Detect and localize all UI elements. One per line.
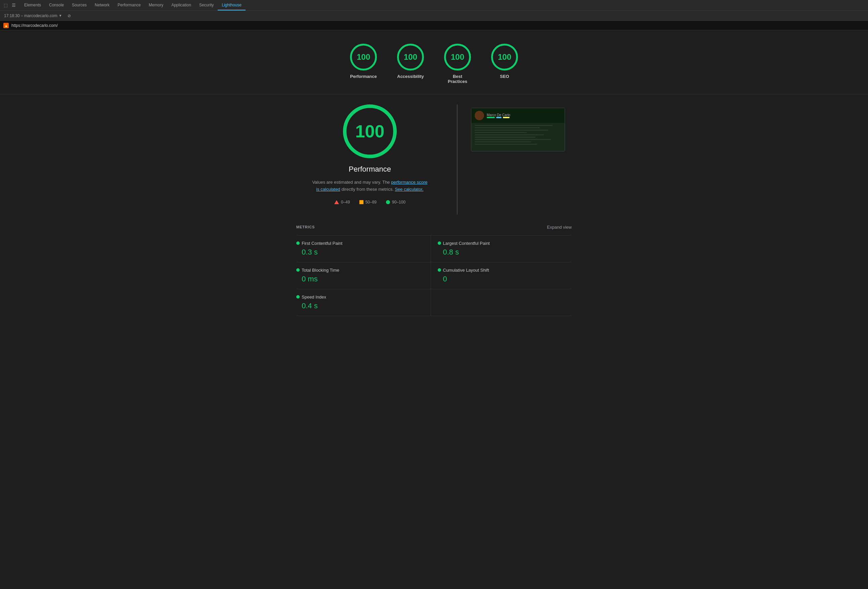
- line-1: [475, 125, 552, 126]
- score-legend: 0–49 50–89 90–100: [334, 200, 406, 205]
- metric-dot-fcp: [296, 241, 300, 245]
- metrics-grid: First Contentful Paint 0.3 s Largest Con…: [296, 235, 572, 316]
- score-best-practices[interactable]: 100 BestPractices: [444, 44, 471, 84]
- metrics-header: METRICS Expand view: [296, 225, 572, 230]
- metric-fcp[interactable]: First Contentful Paint 0.3 s: [296, 236, 431, 262]
- clear-button[interactable]: ⊘: [66, 13, 72, 19]
- score-accessibility[interactable]: 100 Accessibility: [397, 44, 424, 84]
- metric-si[interactable]: Speed Index 0.4 s: [296, 289, 431, 316]
- metric-dot-lcp: [438, 241, 441, 245]
- legend-average: 50–89: [359, 200, 376, 205]
- line-7: [475, 139, 551, 140]
- metric-value-tbt: 0 ms: [296, 275, 424, 283]
- legend-good: 90–100: [386, 200, 406, 205]
- score-circle-performance: 100: [350, 44, 377, 71]
- section-divider: [457, 105, 458, 215]
- metric-name-fcp: First Contentful Paint: [302, 241, 342, 246]
- tab-application[interactable]: Application: [167, 0, 195, 10]
- tab-security[interactable]: Security: [195, 0, 218, 10]
- devtools-tabs: Elements Console Sources Network Perform…: [20, 0, 245, 10]
- good-icon: [386, 200, 390, 204]
- url-text: https://marcodecarlo.com/: [12, 23, 58, 28]
- score-seo[interactable]: 100 SEO: [491, 44, 518, 84]
- main-content: 100 Performance 100 Accessibility 100 Be…: [0, 30, 868, 323]
- score-performance[interactable]: 100 Performance: [350, 44, 377, 84]
- metric-dot-tbt: [296, 268, 300, 272]
- large-score-circle: 100: [343, 105, 397, 158]
- devtools-tabbar: ⬚ ☰ Elements Console Sources Network Per…: [0, 0, 868, 11]
- large-score-value: 100: [356, 121, 385, 141]
- tab-lighthouse[interactable]: Lighthouse: [218, 0, 245, 10]
- metric-dot-si: [296, 295, 300, 299]
- metric-name-tbt: Total Blocking Time: [302, 268, 339, 273]
- line-2: [475, 127, 540, 128]
- dot-1: [487, 117, 495, 118]
- score-circle-best-practices: 100: [444, 44, 471, 71]
- devtools-toolbar2: 17:18:30 – marcodecarlo.com ▼ ⊘: [0, 11, 868, 21]
- line-3: [475, 130, 548, 131]
- metrics-row-2: Total Blocking Time 0 ms Cumulative Layo…: [296, 262, 572, 289]
- metric-value-fcp: 0.3 s: [296, 248, 424, 256]
- device-icon[interactable]: ☰: [11, 2, 17, 8]
- metric-name-si: Speed Index: [302, 294, 326, 299]
- performance-detail: 100 Performance Values are estimated and…: [283, 105, 585, 215]
- performance-title: Performance: [349, 165, 391, 174]
- legend-fail: 0–49: [334, 200, 350, 205]
- score-label-best-practices: BestPractices: [448, 74, 467, 84]
- metric-cls[interactable]: Cumulative Layout Shift 0: [438, 262, 572, 289]
- metric-lcp[interactable]: Largest Contentful Paint 0.8 s: [438, 236, 572, 262]
- tab-memory[interactable]: Memory: [145, 0, 167, 10]
- metrics-row-1: First Contentful Paint 0.3 s Largest Con…: [296, 236, 572, 262]
- performance-left-panel: 100 Performance Values are estimated and…: [296, 105, 443, 215]
- performance-right-panel: Marco De Carlo: [471, 105, 572, 215]
- metrics-row-3: Speed Index 0.4 s: [296, 289, 572, 316]
- score-label-performance: Performance: [350, 74, 376, 79]
- metric-name-lcp: Largest Contentful Paint: [443, 241, 490, 246]
- metric-value-lcp: 0.8 s: [438, 248, 565, 256]
- line-5: [475, 134, 544, 135]
- dot-3: [503, 117, 509, 118]
- favicon: 🔥: [3, 23, 9, 28]
- dropdown-icon: ▼: [59, 14, 62, 18]
- metric-empty: [438, 289, 572, 316]
- inspect-icon[interactable]: ⬚: [3, 2, 9, 8]
- line-4: [475, 132, 527, 133]
- score-circle-accessibility: 100: [397, 44, 424, 71]
- metrics-section: METRICS Expand view First Contentful Pai…: [283, 225, 585, 316]
- score-label-accessibility: Accessibility: [397, 74, 424, 79]
- calculator-link[interactable]: See calculator.: [395, 187, 423, 192]
- expand-view-button[interactable]: Expand view: [547, 225, 572, 230]
- scores-section: 100 Performance 100 Accessibility 100 Be…: [0, 37, 868, 94]
- url-bar: 🔥 https://marcodecarlo.com/: [0, 21, 868, 30]
- dot-2: [496, 117, 502, 118]
- metrics-title: METRICS: [296, 225, 315, 229]
- metric-value-cls: 0: [438, 275, 565, 283]
- metric-value-si: 0.4 s: [296, 302, 424, 310]
- line-9: [475, 144, 537, 145]
- line-6: [475, 137, 536, 138]
- timestamp-label[interactable]: 17:18:30 – marcodecarlo.com ▼: [3, 13, 63, 19]
- screenshot-preview: Marco De Carlo: [471, 108, 565, 152]
- tab-elements[interactable]: Elements: [20, 0, 45, 10]
- tab-sources[interactable]: Sources: [68, 0, 91, 10]
- screenshot-avatar: [475, 111, 484, 120]
- metric-dot-cls: [438, 268, 441, 272]
- tab-performance[interactable]: Performance: [114, 0, 145, 10]
- fail-icon: [334, 200, 339, 204]
- tab-network[interactable]: Network: [91, 0, 114, 10]
- devtools-icon-group: ⬚ ☰: [3, 2, 17, 8]
- tab-console[interactable]: Console: [45, 0, 68, 10]
- line-8: [475, 141, 531, 142]
- metric-tbt[interactable]: Total Blocking Time 0 ms: [296, 262, 431, 289]
- average-icon: [359, 200, 363, 204]
- score-label-seo: SEO: [500, 74, 509, 79]
- performance-description: Values are estimated and may vary. The p…: [312, 179, 427, 193]
- metric-name-cls: Cumulative Layout Shift: [443, 268, 489, 273]
- score-circle-seo: 100: [491, 44, 518, 71]
- screenshot-name: Marco De Carlo: [487, 113, 510, 117]
